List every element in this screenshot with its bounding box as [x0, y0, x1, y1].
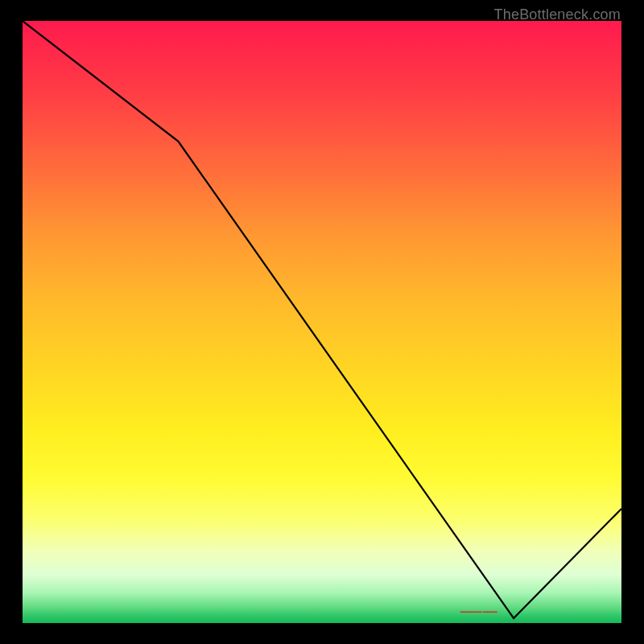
marker-dash: ⎯⎯⎯⎯⎯: [460, 600, 497, 613]
marker-label: ⎯⎯⎯⎯⎯: [460, 600, 497, 613]
chart-container: TheBottleneck.com ⎯⎯⎯⎯⎯: [0, 0, 644, 644]
plot-area: ⎯⎯⎯⎯⎯: [23, 21, 621, 623]
bottleneck-curve-path: [23, 21, 621, 618]
line-plot: [23, 21, 621, 623]
